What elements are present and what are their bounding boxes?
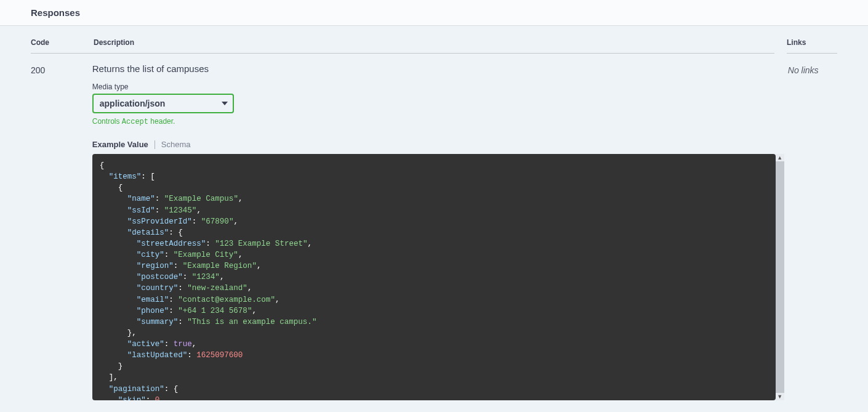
example-schema-tabs: Example Value Schema <box>92 140 776 149</box>
media-type-select[interactable]: application/json <box>92 94 234 113</box>
responses-title: Responses <box>31 7 837 18</box>
json-email: "contact@example.com" <box>178 296 275 304</box>
column-header-code: Code <box>31 38 94 54</box>
json-name: "Example Campus" <box>164 195 238 203</box>
response-code: 200 <box>31 63 92 400</box>
json-phone: "+64 1 234 5678" <box>178 307 252 315</box>
response-links: No links <box>788 63 837 400</box>
response-description-cell: Returns the list of campuses Media type … <box>92 63 776 400</box>
json-postcode: "1234" <box>192 273 220 281</box>
controls-hint-suffix: header. <box>148 117 175 126</box>
column-header-description: Description <box>94 38 774 54</box>
example-code-block[interactable]: { "items": [ { "name": "Example Campus",… <box>92 154 776 400</box>
tab-schema[interactable]: Schema <box>161 140 191 149</box>
scroll-down-icon[interactable]: ▼ <box>777 393 782 400</box>
responses-table-header: Code Description Links <box>31 38 837 54</box>
code-scrollbar[interactable]: ▲ ▼ <box>776 154 784 400</box>
controls-hint-accept: Accept <box>122 118 148 126</box>
scroll-up-icon[interactable]: ▲ <box>777 154 782 161</box>
json-ssproviderid: "67890" <box>201 217 234 226</box>
json-summary: "This is an example campus." <box>187 318 316 326</box>
json-country: "new-zealand" <box>187 284 247 293</box>
tab-example-value[interactable]: Example Value <box>92 140 148 149</box>
controls-hint-prefix: Controls <box>92 117 122 126</box>
json-lastupdated: 1625097600 <box>196 351 243 360</box>
column-header-links: Links <box>787 38 837 54</box>
json-street: "123 Example Street" <box>215 240 307 248</box>
responses-body: Code Description Links 200 Returns the l… <box>0 26 868 412</box>
response-row: 200 Returns the list of campuses Media t… <box>31 54 837 400</box>
example-code-wrap: { "items": [ { "name": "Example Campus",… <box>92 154 776 400</box>
controls-accept-hint: Controls Accept header. <box>92 117 776 126</box>
tab-divider <box>155 140 155 149</box>
json-ssid: "12345" <box>164 206 197 215</box>
media-type-label: Media type <box>92 83 776 91</box>
json-city: "Example City" <box>174 251 238 259</box>
media-type-select-wrap: application/json <box>92 94 234 113</box>
responses-header: Responses <box>0 0 868 26</box>
response-description-text: Returns the list of campuses <box>92 63 776 74</box>
json-active: true <box>174 340 192 349</box>
json-region: "Example Region" <box>183 262 257 270</box>
scroll-thumb[interactable] <box>776 161 784 393</box>
